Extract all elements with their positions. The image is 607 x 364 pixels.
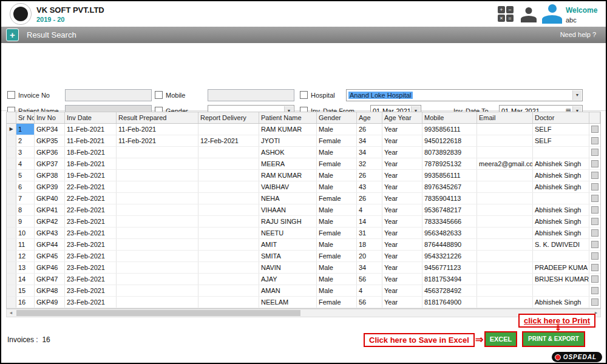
row-action-button[interactable] [589, 216, 600, 227]
row-action-button[interactable] [589, 297, 600, 308]
column-header[interactable]: Sr No [16, 112, 35, 123]
row-selector[interactable] [7, 297, 16, 308]
row-action-button[interactable] [589, 228, 600, 238]
table-cell: 14 [16, 274, 35, 285]
invoices-value: 16 [42, 335, 50, 344]
row-action-button[interactable] [589, 124, 600, 135]
calculator-icon[interactable]: + − × = [498, 6, 514, 22]
table-cell: Male [317, 181, 357, 192]
row-action-button[interactable] [589, 204, 600, 215]
need-help-link[interactable]: Need help ? [560, 31, 596, 38]
column-header[interactable]: Report Delivery [198, 112, 259, 123]
row-selector[interactable] [7, 170, 16, 181]
invoice-no-checkbox[interactable] [7, 91, 15, 99]
table-row[interactable]: ▶1GKP3411-Feb-202111-Feb-2021RAM KUMARMa… [7, 124, 600, 135]
row-selector[interactable] [7, 135, 16, 146]
mobile-input[interactable] [208, 89, 294, 101]
column-header[interactable]: Patient Name [259, 112, 317, 123]
row-selector[interactable] [7, 262, 16, 273]
row-selector[interactable] [7, 228, 16, 238]
table-cell: GKP49 [35, 297, 65, 308]
row-action-button[interactable] [589, 239, 600, 250]
row-action-icon [591, 252, 599, 260]
app-header: VK SOFT PVT.LTD 2019 - 20 + − × = Welcom… [1, 1, 606, 27]
row-selector[interactable] [7, 216, 16, 227]
column-header[interactable]: Gender [317, 112, 357, 123]
table-cell: Male [317, 262, 357, 273]
table-cell: GKP34 [35, 124, 65, 135]
hospital-checkbox[interactable] [300, 91, 308, 99]
table-row[interactable]: 12GKP4523-Feb-2021SMITAFemale20Year95433… [7, 251, 600, 262]
avatar[interactable] [542, 4, 562, 24]
user-silhouette-icon[interactable] [521, 7, 537, 22]
row-action-button[interactable] [589, 158, 600, 169]
row-action-button[interactable] [589, 193, 600, 204]
column-header[interactable]: Inv Date [65, 112, 117, 123]
row-action-button[interactable] [589, 262, 600, 273]
excel-button[interactable]: EXCEL [484, 331, 517, 347]
table-row[interactable]: 5GKP3819-Feb-2021RAM KUMARMale26Year9935… [7, 170, 600, 181]
table-row[interactable]: 14GKP4723-Feb-2021AJAYMale56Year81817534… [7, 274, 600, 285]
row-selector[interactable] [7, 274, 16, 285]
table-cell: RAJU SINGH [259, 216, 317, 227]
print-export-button[interactable]: PRINT & EXPORT [522, 331, 585, 347]
table-cell: RAM KUMAR [259, 124, 317, 135]
horizontal-scrollbar[interactable]: ◄ ► [6, 309, 601, 317]
scrollbar-thumb[interactable] [16, 310, 300, 316]
table-cell: RAM KUMAR [259, 170, 317, 181]
chevron-down-icon[interactable]: ▼ [572, 90, 582, 100]
table-cell: Year [382, 274, 422, 285]
table-row[interactable]: 3GKP3618-Feb-2021ASHOKMale34Year80738928… [7, 147, 600, 158]
row-action-button[interactable] [589, 285, 600, 296]
table-row[interactable]: 13GKP4623-Feb-2021NAVINMale34Year9456771… [7, 262, 600, 274]
invoice-no-input[interactable] [65, 89, 152, 101]
row-selector[interactable] [7, 158, 16, 169]
row-selector[interactable] [7, 181, 16, 192]
row-action-button[interactable] [589, 135, 600, 146]
row-selector[interactable] [7, 147, 16, 158]
scroll-left-button[interactable]: ◄ [7, 309, 15, 317]
row-selector[interactable] [7, 204, 16, 215]
row-action-button[interactable] [589, 251, 600, 261]
mobile-checkbox[interactable] [155, 91, 163, 99]
table-cell [198, 239, 259, 250]
table-cell: Year [382, 251, 422, 261]
table-row[interactable]: 15GKP4823-Feb-2021AMANMale4Year456372849… [7, 285, 600, 297]
column-header[interactable]: Mobile [422, 112, 477, 123]
table-row[interactable]: 11GKP4423-Feb-2021AMITMale18Year87644488… [7, 239, 600, 251]
table-row[interactable]: 4GKP3718-Feb-2021MEERAFemale32Year787892… [7, 158, 600, 170]
table-cell: 23-Feb-2021 [65, 228, 117, 238]
column-header[interactable]: Email [477, 112, 533, 123]
column-header[interactable]: Doctor [533, 112, 589, 123]
row-action-button[interactable] [589, 181, 600, 192]
row-action-button[interactable] [589, 274, 600, 285]
row-selector[interactable] [7, 193, 16, 204]
table-row[interactable]: 10GKP4323-Feb-2021NEETUFemale31Year95634… [7, 228, 600, 239]
table-cell: Female [317, 158, 357, 169]
table-row[interactable]: 6GKP3922-Feb-2021VAIBHAVMale43Year897634… [7, 181, 600, 193]
column-header[interactable]: Result Prepared [117, 112, 198, 123]
table-row[interactable]: 8GKP4122-Feb-2021VIHAANMale4Year95367482… [7, 204, 600, 216]
table-cell: 23-Feb-2021 [65, 262, 117, 273]
table-row[interactable]: 9GKP4223-Feb-2021RAJU SINGHMale14Year783… [7, 216, 600, 228]
table-row[interactable]: 2GKP3511-Feb-202111-Feb-202112-Feb-2021J… [7, 135, 600, 147]
hospital-dropdown[interactable]: Anand Loke Hospital ▼ [346, 89, 583, 101]
row-action-button[interactable] [589, 147, 600, 158]
calc-multiply-icon: × [498, 15, 505, 22]
table-cell: Year [382, 216, 422, 227]
table-row[interactable]: 7GKP4022-Feb-2021NEHAFemale26Year7835904… [7, 193, 600, 204]
row-selector[interactable] [7, 285, 16, 296]
table-cell: AMIT [259, 239, 317, 250]
table-row[interactable]: 16GKP4923-Feb-2021NEELAMFemale56Year8181… [7, 297, 600, 308]
column-header[interactable]: Age [357, 112, 382, 123]
column-header[interactable]: Age Year [382, 112, 422, 123]
row-selector[interactable] [7, 251, 16, 261]
column-header[interactable]: Inv No [35, 112, 65, 123]
table-cell: 2 [16, 135, 35, 146]
table-cell: 10 [16, 228, 35, 238]
row-action-button[interactable] [589, 170, 600, 181]
row-selector[interactable] [7, 239, 16, 250]
table-cell: NEHA [259, 193, 317, 204]
table-cell: 23-Feb-2021 [65, 297, 117, 308]
row-selector[interactable]: ▶ [7, 124, 16, 135]
